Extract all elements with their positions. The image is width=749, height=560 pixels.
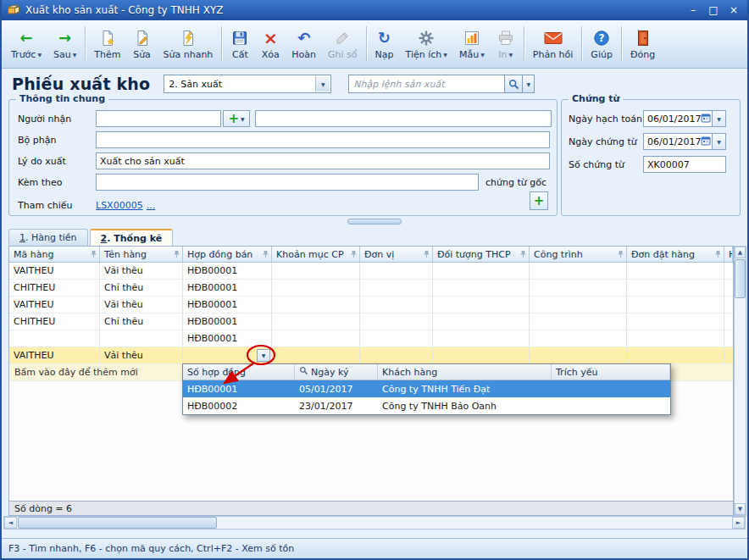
close-button[interactable]: × bbox=[725, 3, 742, 18]
popup-column-trich-yeu[interactable]: Trích yếu bbox=[552, 364, 670, 380]
toolbar-button-sau[interactable]: →Sau▼ bbox=[47, 22, 82, 66]
column-header-ho[interactable]: Hợ bbox=[724, 247, 733, 262]
reference-more-link[interactable]: ... bbox=[147, 200, 156, 211]
cell bbox=[627, 313, 724, 330]
scroll-right-button[interactable]: ► bbox=[732, 517, 745, 529]
vertical-scroll-thumb[interactable] bbox=[735, 259, 746, 298]
voucher-type-select[interactable]: 2. Sản xuất ▼ bbox=[164, 75, 331, 93]
toolbar-button-caption: Sửa bbox=[133, 49, 151, 60]
toolbar-button-truoc[interactable]: ←Trước▼ bbox=[5, 22, 47, 66]
toolbar-button-ong[interactable]: Đóng bbox=[624, 22, 661, 66]
pin-icon[interactable] bbox=[617, 250, 624, 258]
table-row-1[interactable]: VAITHEUVải thêuHĐB00001 bbox=[9, 263, 733, 280]
toolbar-button-nap[interactable]: ↻Nạp bbox=[369, 22, 400, 66]
search-input[interactable] bbox=[348, 75, 504, 93]
scroll-up-button[interactable]: ▲ bbox=[735, 247, 746, 258]
toolbar-button-hoan[interactable]: ↶Hoàn bbox=[286, 22, 322, 66]
document-group: Chứng từ Ngày hạch toán 06/01/2017 ▼ Ngà… bbox=[561, 99, 741, 216]
department-label: Bộ phận bbox=[18, 135, 96, 146]
reason-input[interactable]: Xuất cho sản xuất bbox=[96, 152, 550, 169]
toolbar-button-giup[interactable]: ?Giúp bbox=[585, 22, 619, 66]
toolbar-button-tien-ich[interactable]: Tiện ích▼ bbox=[400, 22, 453, 66]
splitter-handle[interactable] bbox=[347, 219, 402, 225]
popup-row-1[interactable]: HĐB0000105/01/2017Công ty TNHH Tiến Đạt bbox=[183, 380, 670, 397]
scroll-left-button[interactable]: ◄ bbox=[4, 517, 17, 529]
column-header-ma-hang[interactable]: Mã hàng bbox=[9, 247, 100, 262]
pin-icon[interactable] bbox=[519, 250, 527, 258]
calendar-icon[interactable] bbox=[701, 113, 711, 125]
receiver-name-input[interactable] bbox=[255, 110, 552, 127]
column-header-ten-hang[interactable]: Tên hàng bbox=[100, 247, 183, 262]
toolbar-button-in[interactable]: In▼ bbox=[491, 22, 521, 66]
toolbar-button-label: Tiện ích bbox=[406, 49, 442, 60]
cell-text: VAITHEU bbox=[14, 299, 54, 310]
posting-date-input[interactable]: 06/01/2017 bbox=[643, 110, 713, 127]
document-number-input[interactable]: XK00007 bbox=[643, 156, 726, 173]
toolbar-button-caption: Xóa bbox=[262, 49, 280, 60]
cell bbox=[272, 347, 360, 363]
scroll-down-button[interactable]: ▼ bbox=[735, 503, 746, 515]
cell bbox=[724, 280, 734, 296]
pin-icon[interactable] bbox=[90, 250, 97, 258]
pin-icon[interactable] bbox=[423, 250, 430, 258]
toolbar-button-mau[interactable]: Mẫu▼ bbox=[453, 22, 491, 66]
toolbar-button-cat[interactable]: Cất bbox=[225, 22, 255, 66]
horizontal-scroll-thumb[interactable] bbox=[18, 517, 217, 529]
column-header-oi-tuong-thcp[interactable]: Đối tượng THCP bbox=[433, 247, 530, 262]
popup-cell-text: 05/01/2017 bbox=[299, 384, 352, 395]
pin-icon[interactable] bbox=[714, 250, 722, 258]
tab-1-hang-tien[interactable]: 1. Hàng tiền bbox=[8, 229, 88, 246]
reference-link[interactable]: LSX00005 bbox=[96, 200, 143, 211]
toolbar-button-ghi-so[interactable]: Ghi sổ bbox=[322, 22, 363, 66]
receiver-input[interactable] bbox=[96, 110, 221, 127]
column-header-on-vi[interactable]: Đơn vị bbox=[360, 247, 433, 262]
document-date-input[interactable]: 06/01/2017 bbox=[643, 133, 713, 150]
maximize-button[interactable]: □ bbox=[705, 3, 722, 18]
department-input[interactable] bbox=[96, 131, 550, 148]
receiver-label: Người nhận bbox=[18, 114, 96, 125]
table-row-2[interactable]: CHITHEUChỉ thêuHĐB00001 bbox=[9, 280, 733, 297]
column-header-label: Hợ bbox=[729, 249, 733, 260]
toolbar-button-sua[interactable]: Sửa bbox=[127, 22, 158, 66]
add-receiver-button[interactable]: +▼ bbox=[223, 110, 250, 127]
tab-2-thong-ke[interactable]: 2. Thống kê bbox=[90, 229, 174, 246]
cell bbox=[530, 330, 627, 347]
popup-cell: Công ty TNHH Bảo Oanh bbox=[378, 397, 552, 414]
table-row-4[interactable]: CHITHEUChỉ thêuHĐB00001 bbox=[9, 313, 733, 330]
toolbar-button-xoa[interactable]: ×Xóa bbox=[255, 22, 286, 66]
toolbar-button-phan-hoi[interactable]: Phản hồi bbox=[527, 22, 580, 66]
column-header-label: Mã hàng bbox=[14, 249, 53, 260]
plus-icon: + bbox=[228, 113, 239, 125]
contract-dropdown-button[interactable]: ▼ bbox=[257, 349, 270, 362]
table-row-5[interactable]: HĐB00001 bbox=[9, 330, 733, 347]
horizontal-scrollbar[interactable]: ◄ ► bbox=[3, 516, 746, 530]
chevron-down-icon[interactable]: ▼ bbox=[713, 110, 726, 127]
column-header-cong-trinh[interactable]: Công trình bbox=[530, 247, 627, 262]
pin-icon[interactable] bbox=[262, 250, 269, 258]
attachment-input[interactable] bbox=[96, 174, 479, 191]
add-reference-button[interactable]: + bbox=[530, 191, 548, 210]
table-row-3[interactable]: VAITHEUVải thêuHĐB00001 bbox=[9, 297, 733, 313]
popup-column-khach-hang[interactable]: Khách hàng bbox=[378, 364, 552, 380]
cell bbox=[530, 347, 627, 363]
chevron-down-icon[interactable]: ▼ bbox=[315, 76, 330, 91]
toolbar-button-sua-nhanh[interactable]: Sửa nhanh bbox=[158, 22, 219, 66]
calendar-icon[interactable] bbox=[701, 136, 711, 148]
pin-icon[interactable] bbox=[350, 250, 358, 258]
document-number-row: Số chứng từ XK00007 bbox=[569, 156, 726, 173]
column-header-on-at-hang[interactable]: Đơn đặt hàng bbox=[627, 247, 724, 262]
search-icon[interactable] bbox=[504, 75, 523, 93]
toolbar-button-them[interactable]: Thêm bbox=[88, 22, 126, 66]
cell bbox=[627, 330, 724, 347]
popup-column-so-hop-ong[interactable]: Số hợp đồng bbox=[183, 364, 295, 380]
column-header-hop-ong-ban[interactable]: Hợp đồng bán bbox=[183, 247, 272, 262]
vertical-scrollbar[interactable]: ▲ ▼ bbox=[734, 246, 746, 516]
column-header-khoan-muc-cp[interactable]: Khoản mục CP bbox=[272, 247, 360, 262]
table-row-6[interactable]: VAITHEUVải thêu▼ bbox=[9, 347, 733, 364]
chevron-down-icon[interactable]: ▼ bbox=[523, 75, 535, 93]
popup-column-ngay-ky[interactable]: Ngày ký bbox=[295, 364, 378, 380]
pin-icon[interactable] bbox=[173, 250, 180, 258]
chevron-down-icon[interactable]: ▼ bbox=[713, 133, 726, 150]
popup-row-2[interactable]: HĐB0000223/01/2017Công ty TNHH Bảo Oanh bbox=[183, 397, 670, 414]
minimize-button[interactable]: – bbox=[685, 3, 702, 18]
